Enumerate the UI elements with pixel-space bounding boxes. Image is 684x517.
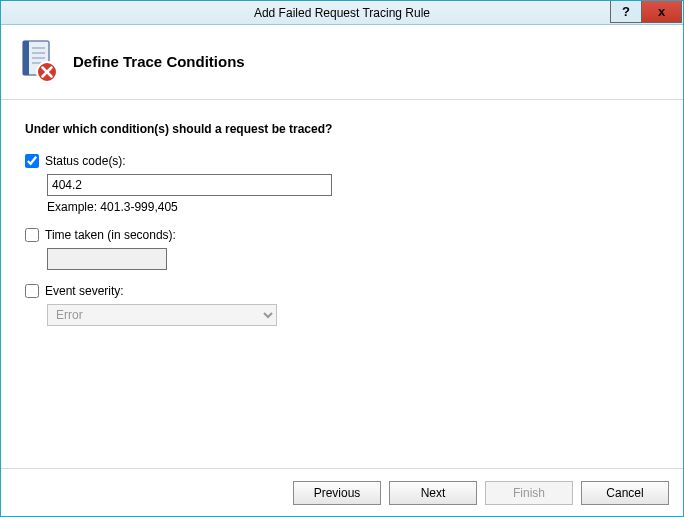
close-button[interactable]: x (642, 1, 682, 23)
window-title: Add Failed Request Tracing Rule (254, 6, 430, 20)
help-button[interactable]: ? (610, 1, 642, 23)
cancel-button[interactable]: Cancel (581, 481, 669, 505)
time-taken-input (47, 248, 167, 270)
event-severity-select: Error (47, 304, 277, 326)
content-area: Under which condition(s) should a reques… (1, 100, 683, 468)
event-severity-sub: Error (47, 304, 659, 326)
status-codes-sub: Example: 401.3-999,405 (47, 174, 659, 214)
time-taken-checkbox[interactable] (25, 228, 39, 242)
wizard-footer: Previous Next Finish Cancel (1, 468, 683, 516)
header-icon (17, 39, 61, 83)
time-taken-row: Time taken (in seconds): (25, 228, 659, 242)
svg-rect-1 (23, 41, 29, 75)
wizard-window: Add Failed Request Tracing Rule ? x Defi… (0, 0, 684, 517)
time-taken-sub (47, 248, 659, 270)
title-bar: Add Failed Request Tracing Rule ? x (1, 1, 683, 25)
wizard-header: Define Trace Conditions (1, 25, 683, 100)
next-button[interactable]: Next (389, 481, 477, 505)
page-heading: Define Trace Conditions (73, 53, 245, 70)
previous-button[interactable]: Previous (293, 481, 381, 505)
status-codes-input[interactable] (47, 174, 332, 196)
status-codes-row: Status code(s): (25, 154, 659, 168)
event-severity-checkbox[interactable] (25, 284, 39, 298)
question-text: Under which condition(s) should a reques… (25, 122, 659, 136)
status-codes-checkbox[interactable] (25, 154, 39, 168)
event-severity-row: Event severity: (25, 284, 659, 298)
event-severity-label: Event severity: (45, 284, 124, 298)
window-controls: ? x (610, 1, 683, 24)
finish-button: Finish (485, 481, 573, 505)
status-codes-example: Example: 401.3-999,405 (47, 200, 659, 214)
time-taken-label: Time taken (in seconds): (45, 228, 176, 242)
status-codes-label: Status code(s): (45, 154, 126, 168)
